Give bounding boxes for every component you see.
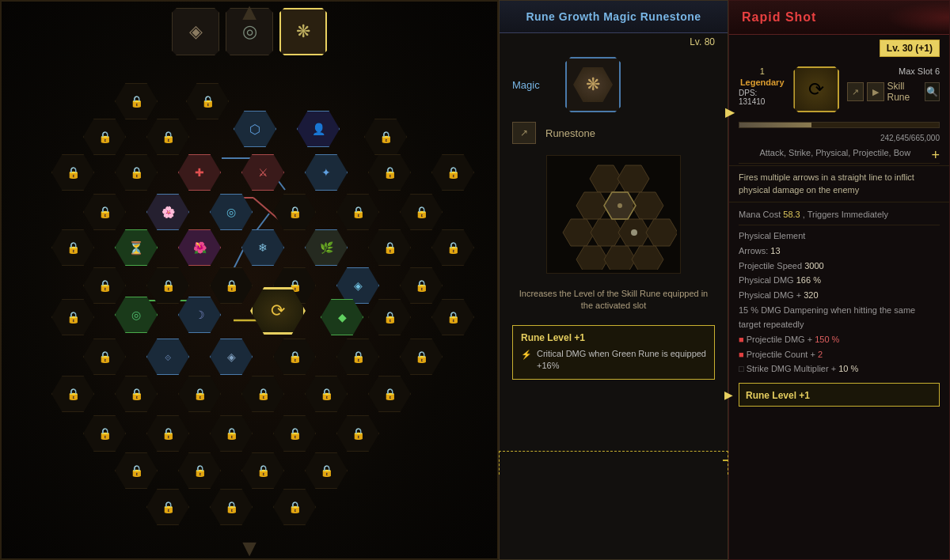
hex-locked-11[interactable]: 🔒 xyxy=(273,194,316,230)
hex-locked-9[interactable]: 🔒 xyxy=(431,154,474,191)
skill-description: Fires multiple arrows in a straight line… xyxy=(729,165,949,202)
skill-export-button[interactable]: ↗ xyxy=(847,82,864,101)
svg-marker-10 xyxy=(590,165,621,192)
proj-dmg-pct-row: ■ Projectile DMG + 150 % xyxy=(739,332,940,347)
item-rarity: Legendary xyxy=(740,78,785,87)
phys-dmg-flat-row: Physical DMG + 320 xyxy=(739,288,940,303)
hex-active-pink[interactable]: 🌺 xyxy=(178,229,221,266)
hex-locked-38[interactable]: 🔒 xyxy=(273,415,316,452)
hex-active-red-1[interactable]: ✚ xyxy=(178,154,221,191)
hex-locked-41[interactable]: 🔒 xyxy=(178,452,221,489)
hex-locked-26[interactable]: 🔒 xyxy=(273,339,316,375)
export-button[interactable]: ↗ xyxy=(512,122,536,144)
hex-active-red-2[interactable]: ⚔ xyxy=(241,154,284,191)
hex-locked-7[interactable]: 🔒 xyxy=(115,154,158,191)
hex-active-blue-3[interactable]: ✦ xyxy=(305,154,348,191)
hex-active-blue-2[interactable]: 👤 xyxy=(297,111,340,147)
hex-active-green-2[interactable]: ◆ xyxy=(321,299,363,335)
hex-active-blue-7[interactable]: 🌿 xyxy=(305,229,348,266)
hex-locked-34[interactable]: 🔒 xyxy=(368,376,411,412)
hex-locked-3[interactable]: 🔒 xyxy=(83,119,126,155)
xp-progress-bar xyxy=(739,122,940,128)
hex-locked-42[interactable]: 🔒 xyxy=(241,452,284,489)
rune-level-bonus: ⚡ Critical DMG when Green Rune is equipp… xyxy=(521,348,706,373)
hex-locked-14[interactable]: 🔒 xyxy=(51,229,94,266)
hex-locked-44[interactable]: 🔒 xyxy=(146,489,189,525)
hex-active-blue-11[interactable]: ◈ xyxy=(210,339,253,375)
max-slot: Max Slot 6 xyxy=(847,66,940,76)
hex-locked-31[interactable]: 🔒 xyxy=(178,376,221,412)
hex-locked-24[interactable]: 🔒 xyxy=(431,299,474,335)
hex-locked-25[interactable]: 🔒 xyxy=(83,339,126,375)
item-icon[interactable]: ❋ xyxy=(565,57,621,112)
hex-active-blue-5[interactable]: ◎ xyxy=(210,194,253,230)
skill-search-button[interactable]: 🔍 xyxy=(925,82,940,101)
hex-locked-6[interactable]: 🔒 xyxy=(51,154,94,191)
hex-locked-1[interactable]: 🔒 xyxy=(115,83,158,119)
hex-active-blue-6[interactable]: ❄ xyxy=(241,229,284,266)
mana-cost-row: Mana Cost 58.3 , Triggers Immediately xyxy=(729,204,949,225)
hex-locked-39[interactable]: 🔒 xyxy=(336,415,379,452)
skill-play-button[interactable]: ▶ xyxy=(867,82,884,101)
level-row: Lv. 30 (+1) xyxy=(729,35,949,62)
item-name: Runestone xyxy=(545,127,595,139)
hex-locked-2[interactable]: 🔒 xyxy=(186,83,229,119)
dashed-connector-v-right xyxy=(728,451,728,475)
hex-locked-36[interactable]: 🔒 xyxy=(146,415,189,452)
hex-locked-23[interactable]: 🔒 xyxy=(368,299,411,335)
hex-active-blue-4[interactable]: 🌸 xyxy=(146,194,189,230)
hex-locked-43[interactable]: 🔒 xyxy=(305,452,348,489)
hex-locked-35[interactable]: 🔒 xyxy=(83,415,126,452)
skill-item-row: 1 Legendary DPS: 131410 ⟳ Max Slot 6 ↗ ▶… xyxy=(729,62,949,117)
hex-locked-32[interactable]: 🔒 xyxy=(241,376,284,412)
hex-locked-16[interactable]: 🔒 xyxy=(431,229,474,266)
preview-svg xyxy=(550,159,677,270)
right-panel-header: Rapid Shot xyxy=(729,1,949,35)
hex-locked-46[interactable]: 🔒 xyxy=(273,489,316,525)
hex-locked-29[interactable]: 🔒 xyxy=(51,376,94,412)
hex-locked-45[interactable]: 🔒 xyxy=(210,489,253,525)
hex-locked-4[interactable]: 🔒 xyxy=(146,119,189,155)
hex-locked-27[interactable]: 🔒 xyxy=(336,339,379,375)
hex-locked-22[interactable]: 🔒 xyxy=(51,299,94,335)
strike-dmg-row: □ Strike DMG Multiplier + 10 % xyxy=(739,361,940,376)
hex-time-icon[interactable]: ⏳ xyxy=(115,229,158,266)
skill-tags: Attack, Strike, Physical, Projectile, Bo… xyxy=(729,143,949,163)
hex-selected-main[interactable]: ⟳ xyxy=(250,287,306,335)
hex-locked-12[interactable]: 🔒 xyxy=(336,194,379,230)
rune-level-title: Rune Level +1 xyxy=(521,332,706,343)
rp-rune-level-box: Rune Level +1 xyxy=(739,383,940,407)
hex-locked-8[interactable]: 🔒 xyxy=(368,154,411,191)
proj-count-row: ■ Projectile Count + 2 xyxy=(739,347,940,362)
dashed-connector-v-left xyxy=(499,451,500,475)
hex-grid-graphic xyxy=(546,155,681,274)
skill-rune-icon[interactable]: ⟳ xyxy=(793,66,839,112)
xp-progress-text: 242,645/665,000 xyxy=(729,133,949,143)
hex-active-blue-10[interactable]: ⟐ xyxy=(146,339,189,375)
svg-marker-12 xyxy=(576,192,608,219)
svg-point-23 xyxy=(618,203,622,208)
hex-active-blue-9[interactable]: ☽ xyxy=(178,297,221,333)
skill-stats: Physical Element Arrows: 13 Projectile S… xyxy=(729,225,949,380)
tags-plus-button[interactable]: + xyxy=(931,145,940,166)
hex-locked-5[interactable]: 🔒 xyxy=(364,119,407,155)
hex-green-active[interactable]: ◎ xyxy=(115,297,158,333)
hex-locked-40[interactable]: 🔒 xyxy=(115,452,158,489)
rune-info-panel: Rune Growth Magic Runestone Lv. 80 Magic… xyxy=(499,0,728,560)
hex-locked-33[interactable]: 🔒 xyxy=(305,376,348,412)
element-row: Physical Element xyxy=(739,229,940,244)
hex-active-blue-1[interactable]: ⬡ xyxy=(234,111,276,147)
hex-locked-30[interactable]: 🔒 xyxy=(115,376,158,412)
right-panel-title: Rapid Shot xyxy=(742,10,937,25)
divider-1 xyxy=(739,163,940,164)
hex-locked-15[interactable]: 🔒 xyxy=(368,229,411,266)
item-action-buttons: ↗ Runestone xyxy=(500,119,728,147)
hex-locked-28[interactable]: 🔒 xyxy=(400,339,443,375)
hex-locked-10[interactable]: 🔒 xyxy=(83,194,126,230)
level-badge-arrow: ▶ xyxy=(725,104,735,119)
middle-panel-title: Rune Growth Magic Runestone xyxy=(512,10,715,23)
hex-locked-37[interactable]: 🔒 xyxy=(210,415,253,452)
hex-locked-13[interactable]: 🔒 xyxy=(400,194,443,230)
svg-marker-15 xyxy=(563,219,595,246)
xp-progress-fill xyxy=(739,123,811,127)
